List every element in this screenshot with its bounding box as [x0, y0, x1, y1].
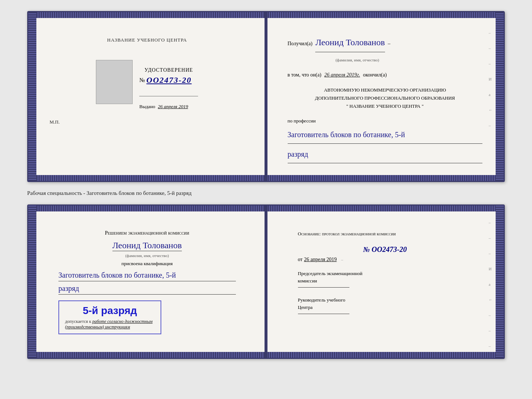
certificate-number-block: УДОСТОВЕРЕНИЕ № OO2473-20 Выдано 26 апре… [139, 67, 198, 110]
photo-placeholder [96, 60, 133, 104]
org-block: АВТОНОМНУЮ НЕКОММЕРЧЕСКУЮ ОРГАНИЗАЦИЮ ДО… [288, 86, 483, 110]
org-line3: " НАЗВАНИЕ УЧЕБНОГО ЦЕНТРА " [288, 102, 483, 110]
ot-date-block: от 26 апреля 2019 – [298, 257, 472, 263]
received-line: Получил(а) Леонид Толованов – [288, 33, 483, 52]
recipient-name: Леонид Толованов [315, 33, 385, 52]
bottom-right-side-marks: – – – И а ← – – – – [489, 220, 493, 359]
between-label: Рабочая специальность - Заготовитель бло… [27, 189, 505, 198]
org-line2: ДОПОЛНИТЕЛЬНОГО ПРОФЕССИОНАЛЬНОГО ОБРАЗО… [288, 94, 483, 102]
chairman-label2: комиссии [298, 277, 472, 285]
profession-label: по профессии [288, 118, 316, 124]
grade-display: 5-й разряд [65, 305, 155, 317]
qualification-value: Заготовитель блоков по ботанике, 5-й [58, 271, 236, 281]
issued-date: 26 апреля 2019 [158, 104, 188, 109]
org-line1: АВТОНОМНУЮ НЕКОММЕРЧЕСКУЮ ОРГАНИЗАЦИЮ [288, 86, 483, 94]
training-center-label: НАЗВАНИЕ УЧЕБНОГО ЦЕНТРА [107, 37, 187, 43]
razryad-bottom: разряд [58, 284, 236, 295]
protocol-num-block: № OO2473-20 [298, 245, 472, 254]
finished-label: окончил(а) [363, 70, 387, 80]
qualification-block: Заготовитель блоков по ботанике, 5-й раз… [58, 271, 236, 295]
prisvoena-label: присвоена квалификация [58, 261, 236, 267]
instructions-text: (производственным) инструкциям [65, 324, 155, 330]
commission-title: Решением экзаменационной комиссии [58, 229, 236, 237]
dash-ot: – [341, 257, 344, 262]
head-sig-line [298, 314, 349, 314]
bottom-name-block: Леонид Толованов [58, 241, 236, 250]
ot-prefix: от [298, 257, 303, 263]
chairman-label: Председатель экзаменационной [298, 270, 472, 277]
head-label2: Центра [298, 304, 472, 311]
date-value: 26 апреля 2019г. [324, 70, 360, 80]
received-prefix: Получил(а) [288, 39, 313, 49]
date-prefix: в том, что он(а) [288, 70, 321, 80]
bottom-doc-right-page: Основание: протокол экзаменационной коми… [266, 206, 504, 357]
head-block: Руководитель учебного Центра [298, 296, 472, 314]
right-side-marks: – – – И а ← – [489, 31, 493, 128]
top-doc-right-page: Получил(а) Леонид Толованов – (фамилия, … [266, 12, 504, 181]
profession-block: по профессии Заготовитель блоков по бота… [288, 116, 483, 163]
profession-value: Заготовитель блоков по ботанике, 5-й [288, 127, 483, 144]
top-doc-left-page: НАЗВАНИЕ УЧЕБНОГО ЦЕНТРА УДОСТОВЕРЕНИЕ №… [28, 12, 266, 181]
work-text: работе согласно должностным [92, 319, 152, 324]
bottom-document: Решением экзаменационной комиссии Леонид… [27, 204, 505, 359]
razryad-value: разряд [288, 147, 483, 163]
fio-label-top: (фамилия, имя, отчество) [317, 55, 398, 64]
cert-label: УДОСТОВЕРЕНИЕ [139, 67, 198, 73]
top-document: НАЗВАНИЕ УЧЕБНОГО ЦЕНТРА УДОСТОВЕРЕНИЕ №… [27, 11, 505, 182]
osnov-label: Основание: протокол экзаменационной коми… [298, 231, 396, 236]
bottom-fio-label: (фамилия, имя, отчество) [58, 253, 236, 258]
chairman-block: Председатель экзаменационной комиссии [298, 270, 472, 288]
protocol-num: № OO2473-20 [363, 245, 407, 253]
допускается-text: допускается к работе согласно должностны… [65, 319, 155, 324]
bottom-name: Леонид Толованов [112, 241, 182, 251]
mp-label: М.П. [50, 119, 60, 125]
osnov-block: Основание: протокол экзаменационной коми… [298, 230, 472, 238]
date-line: в том, что он(а) 26 апреля 2019г. окончи… [288, 70, 483, 80]
issued-label: Выдано [139, 104, 155, 109]
chairman-sig-line [298, 287, 349, 288]
dash-right: – [388, 39, 391, 49]
ot-date: 26 апреля 2019 [304, 257, 337, 263]
bottom-doc-left-page: Решением экзаменационной комиссии Леонид… [28, 206, 266, 357]
grade-box: 5-й разряд допускается к работе согласно… [58, 300, 161, 334]
cert-number: OO2473-20 [147, 75, 192, 85]
cert-num-prefix: № [139, 77, 145, 83]
head-label: Руководитель учебного [298, 296, 472, 304]
